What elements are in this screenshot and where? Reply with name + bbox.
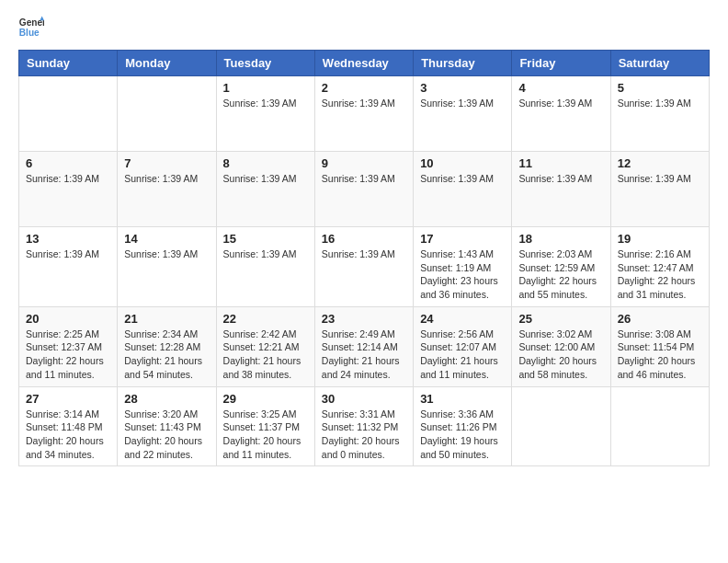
calendar-week-2: 6Sunrise: 1:39 AM7Sunrise: 1:39 AM8Sunri… [19,152,710,227]
day-info: Sunrise: 2:42 AM Sunset: 12:21 AM Daylig… [223,327,308,382]
day-info: Sunrise: 3:02 AM Sunset: 12:00 AM Daylig… [518,327,603,382]
day-number: 4 [518,81,603,95]
calendar-cell [610,386,709,466]
calendar-cell: 11Sunrise: 1:39 AM [512,152,610,227]
day-number: 23 [322,312,406,326]
calendar-cell [512,386,610,466]
day-number: 6 [26,156,110,170]
day-number: 26 [618,312,702,326]
calendar-week-1: 1Sunrise: 1:39 AM2Sunrise: 1:39 AM3Sunri… [19,76,710,152]
day-info: Sunrise: 1:39 AM [124,172,209,186]
day-info: Sunrise: 1:39 AM [26,247,110,261]
calendar-cell: 9Sunrise: 1:39 AM [314,152,413,227]
day-info: Sunrise: 3:14 AM Sunset: 11:48 PM Daylig… [26,408,110,462]
day-info: Sunrise: 1:39 AM [420,172,505,186]
day-info: Sunrise: 3:20 AM Sunset: 11:43 PM Daylig… [124,408,209,462]
day-info: Sunrise: 1:43 AM Sunset: 1:19 AM Dayligh… [420,247,505,302]
header-friday: Friday [512,51,610,76]
header: General Blue [18,15,710,40]
calendar-cell: 29Sunrise: 3:25 AM Sunset: 11:37 PM Dayl… [216,386,314,466]
day-info: Sunrise: 3:36 AM Sunset: 11:26 PM Daylig… [420,408,505,462]
calendar-cell: 3Sunrise: 1:39 AM [414,76,512,152]
day-number: 30 [322,392,406,406]
day-info: Sunrise: 3:25 AM Sunset: 11:37 PM Daylig… [223,408,308,462]
day-number: 31 [420,392,505,406]
day-number: 28 [124,392,209,406]
day-number: 17 [420,232,505,246]
calendar-cell: 26Sunrise: 3:08 AM Sunset: 11:54 PM Dayl… [610,306,709,386]
day-info: Sunrise: 1:39 AM [518,172,603,186]
day-info: Sunrise: 1:39 AM [618,172,702,186]
calendar-cell: 28Sunrise: 3:20 AM Sunset: 11:43 PM Dayl… [118,386,216,466]
calendar-cell: 10Sunrise: 1:39 AM [414,152,512,227]
day-info: Sunrise: 2:49 AM Sunset: 12:14 AM Daylig… [322,327,406,382]
calendar-cell: 16Sunrise: 1:39 AM [314,227,413,307]
day-info: Sunrise: 2:56 AM Sunset: 12:07 AM Daylig… [420,327,505,382]
logo: General Blue [18,15,44,40]
calendar-cell: 4Sunrise: 1:39 AM [512,76,610,152]
day-number: 20 [26,312,110,326]
day-info: Sunrise: 2:25 AM Sunset: 12:37 AM Daylig… [26,327,110,382]
day-number: 9 [322,156,406,170]
day-info: Sunrise: 2:34 AM Sunset: 12:28 AM Daylig… [124,327,209,382]
day-number: 22 [223,312,308,326]
calendar-cell: 19Sunrise: 2:16 AM Sunset: 12:47 AM Dayl… [610,227,709,307]
calendar-cell: 20Sunrise: 2:25 AM Sunset: 12:37 AM Dayl… [19,306,118,386]
page: General Blue Sunday Monday Tuesday Wedne… [0,0,728,563]
day-info: Sunrise: 3:31 AM Sunset: 11:32 PM Daylig… [322,408,406,462]
day-number: 5 [618,81,702,95]
calendar-cell: 12Sunrise: 1:39 AM [610,152,709,227]
day-info: Sunrise: 2:16 AM Sunset: 12:47 AM Daylig… [618,247,702,302]
calendar-week-3: 13Sunrise: 1:39 AM14Sunrise: 1:39 AM15Su… [19,227,710,307]
day-info: Sunrise: 1:39 AM [322,97,406,110]
day-info: Sunrise: 1:39 AM [618,97,702,110]
calendar-cell: 23Sunrise: 2:49 AM Sunset: 12:14 AM Dayl… [314,306,413,386]
day-number: 12 [618,156,702,170]
header-saturday: Saturday [610,51,709,76]
calendar-cell: 5Sunrise: 1:39 AM [610,76,709,152]
day-info: Sunrise: 1:39 AM [223,172,308,186]
header-monday: Monday [118,51,216,76]
calendar-cell: 8Sunrise: 1:39 AM [216,152,314,227]
day-number: 1 [223,81,308,95]
calendar-cell: 15Sunrise: 1:39 AM [216,227,314,307]
day-number: 10 [420,156,505,170]
header-thursday: Thursday [414,51,512,76]
day-number: 3 [420,81,505,95]
day-number: 13 [26,232,110,246]
day-number: 19 [618,232,702,246]
day-info: Sunrise: 1:39 AM [322,247,406,261]
calendar-cell: 1Sunrise: 1:39 AM [216,76,314,152]
calendar-week-5: 27Sunrise: 3:14 AM Sunset: 11:48 PM Dayl… [19,386,710,466]
day-number: 8 [223,156,308,170]
calendar-cell: 13Sunrise: 1:39 AM [19,227,118,307]
day-info: Sunrise: 1:39 AM [26,172,110,186]
calendar-table: Sunday Monday Tuesday Wednesday Thursday… [18,50,710,466]
svg-text:Blue: Blue [19,28,40,38]
day-number: 25 [518,312,603,326]
day-number: 18 [518,232,603,246]
calendar-cell: 31Sunrise: 3:36 AM Sunset: 11:26 PM Dayl… [414,386,512,466]
day-info: Sunrise: 1:39 AM [420,97,505,110]
calendar-week-4: 20Sunrise: 2:25 AM Sunset: 12:37 AM Dayl… [19,306,710,386]
day-number: 2 [322,81,406,95]
calendar-cell [19,76,118,152]
calendar-cell: 27Sunrise: 3:14 AM Sunset: 11:48 PM Dayl… [19,386,118,466]
day-info: Sunrise: 1:39 AM [518,97,603,110]
day-info: Sunrise: 1:39 AM [223,97,308,110]
calendar-cell: 18Sunrise: 2:03 AM Sunset: 12:59 AM Dayl… [512,227,610,307]
day-number: 14 [124,232,209,246]
calendar-cell: 2Sunrise: 1:39 AM [314,76,413,152]
calendar-cell: 25Sunrise: 3:02 AM Sunset: 12:00 AM Dayl… [512,306,610,386]
calendar-cell: 7Sunrise: 1:39 AM [118,152,216,227]
day-number: 24 [420,312,505,326]
day-info: Sunrise: 1:39 AM [124,247,209,261]
svg-text:General: General [19,17,44,28]
day-info: Sunrise: 1:39 AM [322,172,406,186]
day-number: 29 [223,392,308,406]
day-number: 16 [322,232,406,246]
day-number: 27 [26,392,110,406]
calendar-cell: 21Sunrise: 2:34 AM Sunset: 12:28 AM Dayl… [118,306,216,386]
header-sunday: Sunday [19,51,118,76]
calendar-cell: 14Sunrise: 1:39 AM [118,227,216,307]
